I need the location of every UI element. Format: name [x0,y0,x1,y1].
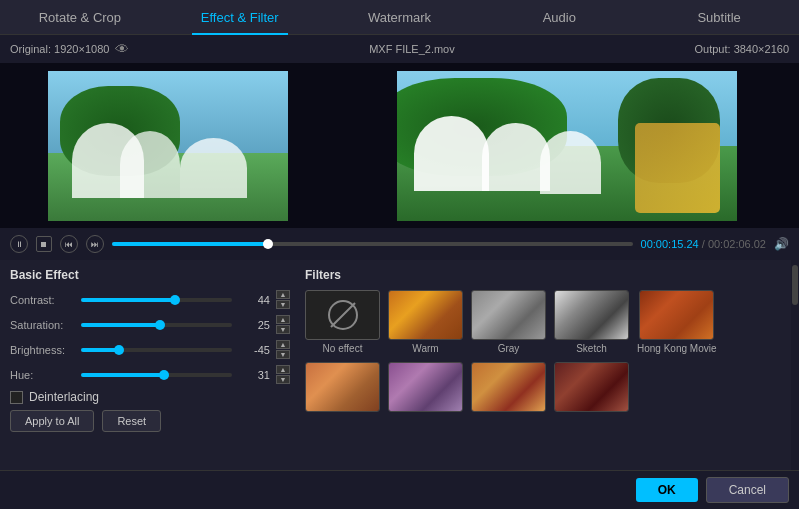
hue-label: Hue: [10,369,75,381]
filter-gray-thumb [471,290,546,340]
hue-spinner[interactable]: ▲ ▼ [276,365,290,384]
contrast-down[interactable]: ▼ [276,300,290,309]
video-preview-right [336,63,799,228]
time-total: 00:02:06.02 [708,238,766,250]
contrast-thumb [170,295,180,305]
time-current: 00:00:15.24 [641,238,699,250]
ok-button[interactable]: OK [636,478,698,502]
video-preview-left [0,63,336,228]
filter-r2-3[interactable] [471,362,546,415]
brightness-slider[interactable] [81,348,232,352]
filter-warm-thumb [388,290,463,340]
tab-rotate-crop[interactable]: Rotate & Crop [0,0,160,35]
brightness-up[interactable]: ▲ [276,340,290,349]
hue-row: Hue: 31 ▲ ▼ [10,365,290,384]
original-label: Original: 1920×1080 [10,43,109,55]
deinterlacing-checkbox[interactable] [10,391,23,404]
seek-fill [112,242,268,246]
saturation-row: Saturation: 25 ▲ ▼ [10,315,290,334]
contrast-spinner[interactable]: ▲ ▼ [276,290,290,309]
filter-warm-label: Warm [412,343,438,354]
filters-title: Filters [305,268,781,282]
brightness-thumb [114,345,124,355]
pause-button[interactable]: ⏸ [10,235,28,253]
hue-slider[interactable] [81,373,232,377]
time-display: 00:00:15.24 / 00:02:06.02 [641,238,766,250]
action-buttons: Apply to All Reset [10,410,290,432]
saturation-slider[interactable] [81,323,232,327]
filter-r2-1-thumb [305,362,380,412]
saturation-value: 25 [238,319,270,331]
filters-section: Filters No effect Warm [305,268,781,462]
seek-bar[interactable] [112,242,633,246]
filter-r2-2-thumb [388,362,463,412]
reset-button[interactable]: Reset [102,410,161,432]
bottom-panel: Basic Effect Contrast: 44 ▲ ▼ [0,260,791,470]
filter-warm[interactable]: Warm [388,290,463,354]
footer-bar: OK Cancel [0,470,799,509]
brightness-label: Brightness: [10,344,75,356]
content-panel: Basic Effect Contrast: 44 ▲ ▼ [0,260,799,470]
tab-watermark[interactable]: Watermark [320,0,480,35]
filter-r2-1[interactable] [305,362,380,415]
saturation-up[interactable]: ▲ [276,315,290,324]
filter-no-effect-thumb [305,290,380,340]
hue-up[interactable]: ▲ [276,365,290,374]
contrast-up[interactable]: ▲ [276,290,290,299]
filter-grid: No effect Warm Gray [305,290,781,415]
brightness-value: -45 [238,344,270,356]
saturation-label: Saturation: [10,319,75,331]
filter-r2-3-thumb [471,362,546,412]
filter-sketch[interactable]: Sketch [554,290,629,354]
tab-bar: Rotate & Crop Effect & Filter Watermark … [0,0,799,35]
saturation-thumb [155,320,165,330]
filter-r2-4-thumb [554,362,629,412]
video-previews [0,63,799,228]
hue-down[interactable]: ▼ [276,375,290,384]
tab-effect-filter[interactable]: Effect & Filter [160,0,320,35]
time-separator: / [702,238,705,250]
volume-icon[interactable]: 🔊 [774,237,789,251]
tab-subtitle[interactable]: Subtitle [639,0,799,35]
eye-icon[interactable]: 👁 [115,41,129,57]
filter-sketch-label: Sketch [576,343,607,354]
filter-gray[interactable]: Gray [471,290,546,354]
hue-thumb [159,370,169,380]
output-label: Output: 3840×2160 [695,43,790,55]
scrollbar[interactable] [791,260,799,470]
filter-sketch-thumb [554,290,629,340]
video-canvas-left [48,71,288,221]
next-button[interactable]: ⏭ [86,235,104,253]
prev-button[interactable]: ⏮ [60,235,78,253]
hue-fill [81,373,164,377]
hue-value: 31 [238,369,270,381]
seek-thumb [263,239,273,249]
contrast-fill [81,298,175,302]
stop-button[interactable]: ⏹ [36,236,52,252]
filter-hk-movie-thumb [639,290,714,340]
apply-all-button[interactable]: Apply to All [10,410,94,432]
contrast-slider[interactable] [81,298,232,302]
filter-gray-label: Gray [498,343,520,354]
saturation-down[interactable]: ▼ [276,325,290,334]
brightness-spinner[interactable]: ▲ ▼ [276,340,290,359]
transport-bar: ⏸ ⏹ ⏮ ⏭ 00:00:15.24 / 00:02:06.02 🔊 [0,228,799,260]
filter-hk-movie[interactable]: Hong Kong Movie [637,290,717,354]
filter-no-effect[interactable]: No effect [305,290,380,354]
cancel-button[interactable]: Cancel [706,477,789,503]
basic-effect-section: Basic Effect Contrast: 44 ▲ ▼ [10,268,290,462]
main-content: Original: 1920×1080 👁 MXF FILE_2.mov Out… [0,35,799,509]
filter-r2-2[interactable] [388,362,463,415]
contrast-value: 44 [238,294,270,306]
brightness-down[interactable]: ▼ [276,350,290,359]
tab-audio[interactable]: Audio [479,0,639,35]
saturation-spinner[interactable]: ▲ ▼ [276,315,290,334]
filename-label: MXF FILE_2.mov [369,43,455,55]
no-effect-circle [328,300,358,330]
contrast-row: Contrast: 44 ▲ ▼ [10,290,290,309]
deinterlacing-row: Deinterlacing [10,390,290,404]
filter-hk-movie-label: Hong Kong Movie [637,343,717,354]
filter-no-effect-label: No effect [323,343,363,354]
scrollbar-thumb [792,265,798,305]
filter-r2-4[interactable] [554,362,629,415]
